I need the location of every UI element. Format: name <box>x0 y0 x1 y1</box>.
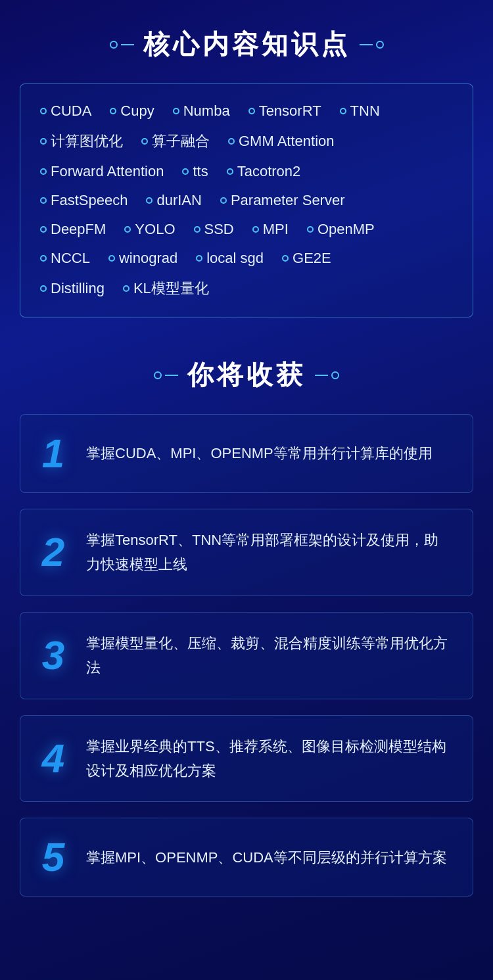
keyword-item: tts <box>182 163 208 180</box>
keyword-dot <box>307 226 314 233</box>
keyword-dot <box>141 138 148 145</box>
keyword-text: 计算图优化 <box>51 131 123 151</box>
benefit-number-2: 2 <box>20 532 86 572</box>
right-ornament <box>360 41 384 49</box>
keyword-text: winograd <box>119 250 177 267</box>
benefit-text-2: 掌握TensorRT、TNN等常用部署框架的设计及使用，助力快速模型上线 <box>86 528 453 577</box>
keyword-dot <box>40 197 47 204</box>
keyword-item: MPI <box>252 221 289 238</box>
keywords-row-1: CUDA Cupy Numba TensorRT TNN <box>40 103 453 120</box>
keyword-dot <box>146 197 153 204</box>
keyword-dot <box>123 285 129 292</box>
benefit-card-5: 5 掌握MPI、OPENMP、CUDA等不同层级的并行计算方案 <box>20 818 473 897</box>
keyword-item: Distilling <box>40 280 105 297</box>
keyword-item: Numba <box>173 103 230 120</box>
section2-title: 你将收获 <box>187 357 306 393</box>
keyword-item: NCCL <box>40 250 90 267</box>
keyword-dot <box>248 108 255 114</box>
keyword-text: YOLO <box>135 221 175 238</box>
section1-title-row: 核心内容知识点 <box>20 26 473 62</box>
keyword-item: OpenMP <box>307 221 375 238</box>
keyword-text: durIAN <box>156 192 201 209</box>
left-ornament <box>110 41 134 49</box>
keyword-text: MPI <box>263 221 289 238</box>
right-ornament-2 <box>315 371 339 379</box>
keyword-item: local sgd <box>196 250 264 267</box>
ornament-line-right <box>360 44 373 45</box>
keyword-item: SSD <box>194 221 234 238</box>
keywords-row-7: Distilling KL模型量化 <box>40 279 453 298</box>
keyword-item: GE2E <box>282 250 331 267</box>
keywords-box: CUDA Cupy Numba TensorRT TNN <box>20 83 473 317</box>
benefit-number-4: 4 <box>20 738 86 779</box>
keyword-item: 计算图优化 <box>40 131 123 151</box>
keyword-dot <box>227 168 233 175</box>
keyword-item: GMM Attention <box>228 133 335 150</box>
keyword-text: FastSpeech <box>51 192 128 209</box>
keyword-dot <box>282 255 289 262</box>
keyword-item: KL模型量化 <box>123 279 209 298</box>
keyword-item: FastSpeech <box>40 192 128 209</box>
keyword-text: Parameter Server <box>231 192 345 209</box>
keyword-item: TNN <box>340 103 380 120</box>
keyword-text: Numba <box>183 103 230 120</box>
keyword-item: durIAN <box>146 192 201 209</box>
ornament-line-right-2 <box>315 375 328 376</box>
keyword-item: Tacotron2 <box>227 163 301 180</box>
keyword-item: 算子融合 <box>141 131 210 151</box>
keywords-row-5: DeepFM YOLO SSD MPI OpenMP <box>40 221 453 238</box>
ornament-circle-right-2 <box>331 371 339 379</box>
keywords-row-2: 计算图优化 算子融合 GMM Attention <box>40 131 453 151</box>
section1-title: 核心内容知识点 <box>143 26 350 62</box>
keyword-text: CUDA <box>51 103 91 120</box>
keyword-dot <box>173 108 179 114</box>
keyword-text: Forward Attention <box>51 163 164 180</box>
keyword-item: TensorRT <box>248 103 321 120</box>
ornament-line-left-2 <box>165 375 178 376</box>
keyword-dot <box>194 226 200 233</box>
keyword-text: tts <box>193 163 208 180</box>
keyword-text: NCCL <box>51 250 90 267</box>
benefit-text-3: 掌握模型量化、压缩、裁剪、混合精度训练等常用优化方法 <box>86 631 453 680</box>
ornament-circle-left-2 <box>154 371 162 379</box>
keyword-text: GE2E <box>293 250 331 267</box>
keyword-text: SSD <box>204 221 234 238</box>
keyword-dot <box>40 285 47 292</box>
benefit-card-4: 4 掌握业界经典的TTS、推荐系统、图像目标检测模型结构设计及相应优化方案 <box>20 715 473 803</box>
keyword-dot <box>108 255 115 262</box>
keyword-text: TNN <box>350 103 380 120</box>
keyword-dot <box>340 108 346 114</box>
ornament-line-left <box>121 44 134 45</box>
keyword-dot <box>182 168 189 175</box>
benefit-text-5: 掌握MPI、OPENMP、CUDA等不同层级的并行计算方案 <box>86 845 447 870</box>
benefit-text-1: 掌握CUDA、MPI、OPENMP等常用并行计算库的使用 <box>86 441 433 465</box>
keyword-item: winograd <box>108 250 177 267</box>
keyword-text: Tacotron2 <box>237 163 301 180</box>
keyword-dot <box>252 226 259 233</box>
keyword-item: YOLO <box>124 221 175 238</box>
benefit-number-5: 5 <box>20 837 86 877</box>
keyword-item: Forward Attention <box>40 163 164 180</box>
keyword-dot <box>40 255 47 262</box>
keyword-text: DeepFM <box>51 221 106 238</box>
keyword-dot <box>110 108 116 114</box>
benefit-card-1: 1 掌握CUDA、MPI、OPENMP等常用并行计算库的使用 <box>20 414 473 493</box>
keyword-item: CUDA <box>40 103 91 120</box>
keyword-text: Distilling <box>51 280 105 297</box>
keyword-dot <box>196 255 202 262</box>
keyword-text: KL模型量化 <box>133 279 209 298</box>
section2-title-row: 你将收获 <box>20 357 473 393</box>
keyword-text: Cupy <box>120 103 154 120</box>
keyword-item: Cupy <box>110 103 154 120</box>
benefit-number-1: 1 <box>20 433 86 474</box>
keyword-text: GMM Attention <box>239 133 335 150</box>
left-ornament-2 <box>154 371 178 379</box>
keyword-dot <box>124 226 131 233</box>
ornament-circle-left <box>110 41 118 49</box>
keywords-row-6: NCCL winograd local sgd GE2E <box>40 250 453 267</box>
keyword-text: 算子融合 <box>152 131 210 151</box>
keyword-dot <box>220 197 227 204</box>
section1: 核心内容知识点 CUDA Cupy Numba <box>20 26 473 317</box>
keyword-dot <box>228 138 235 145</box>
benefit-number-3: 3 <box>20 635 86 676</box>
